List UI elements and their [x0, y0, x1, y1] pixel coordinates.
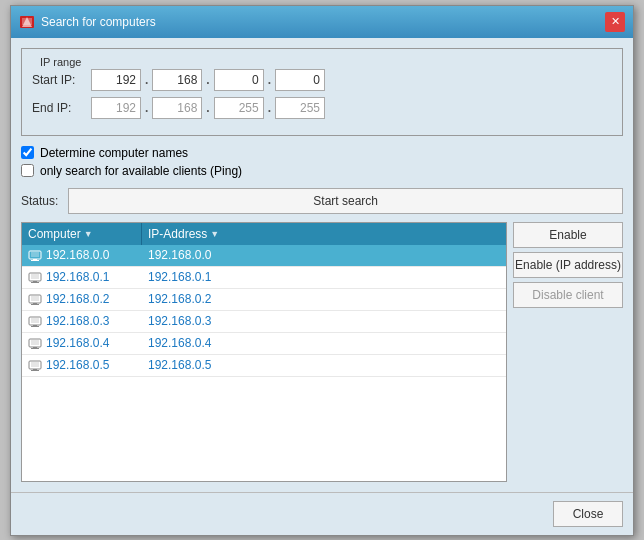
monitor-icon: [28, 338, 42, 349]
ip-range-label: IP range: [36, 56, 85, 68]
status-row: Status: Start search: [21, 188, 623, 214]
svg-rect-17: [33, 325, 37, 326]
start-ip-seg3[interactable]: [214, 69, 264, 91]
ip-filter-icon[interactable]: ▼: [210, 229, 219, 239]
end-ip-seg4[interactable]: [275, 97, 325, 119]
start-ip-seg4[interactable]: [275, 69, 325, 91]
bottom-bar: Close: [11, 492, 633, 535]
end-ip-label: End IP:: [32, 101, 87, 115]
svg-rect-6: [31, 260, 39, 261]
svg-rect-10: [31, 282, 39, 283]
enable-ip-button[interactable]: Enable (IP address): [513, 252, 623, 278]
svg-rect-4: [31, 252, 39, 257]
determine-names-label[interactable]: Determine computer names: [40, 146, 188, 160]
ping-label[interactable]: only search for available clients (Ping): [40, 164, 242, 178]
table-row[interactable]: 192.168.0.4 192.168.0.4: [22, 333, 506, 355]
status-label: Status:: [21, 194, 58, 208]
svg-rect-16: [31, 318, 39, 323]
svg-rect-9: [33, 281, 37, 282]
ping-row: only search for available clients (Ping): [21, 164, 623, 178]
td-computer: 192.168.0.3: [22, 312, 142, 330]
monitor-icon: [28, 272, 42, 283]
enable-button[interactable]: Enable: [513, 222, 623, 248]
start-search-button[interactable]: Start search: [68, 188, 623, 214]
svg-rect-18: [31, 326, 39, 327]
table-row[interactable]: 192.168.0.1 192.168.0.1: [22, 267, 506, 289]
td-computer: 192.168.0.0: [22, 246, 142, 264]
ping-checkbox[interactable]: [21, 164, 34, 177]
start-ip-label: Start IP:: [32, 73, 87, 87]
td-ip: 192.168.0.2: [142, 290, 506, 308]
th-computer: Computer ▼: [22, 223, 142, 245]
svg-rect-24: [31, 362, 39, 367]
monitor-icon: [28, 294, 42, 305]
svg-rect-26: [31, 370, 39, 371]
monitor-icon: [28, 360, 42, 371]
title-bar-left: Search for computers: [19, 14, 156, 30]
td-ip: 192.168.0.3: [142, 312, 506, 330]
end-ip-seg1[interactable]: [91, 97, 141, 119]
td-computer: 192.168.0.1: [22, 268, 142, 286]
disable-client-button[interactable]: Disable client: [513, 282, 623, 308]
td-ip: 192.168.0.5: [142, 356, 506, 374]
table-row[interactable]: 192.168.0.2 192.168.0.2: [22, 289, 506, 311]
svg-rect-13: [33, 303, 37, 304]
main-window: Search for computers ✕ IP range Start IP…: [10, 5, 634, 536]
end-ip-seg3[interactable]: [214, 97, 264, 119]
determine-names-row: Determine computer names: [21, 146, 623, 160]
window-title: Search for computers: [41, 15, 156, 29]
monitor-icon: [28, 316, 42, 327]
table-row[interactable]: 192.168.0.3 192.168.0.3: [22, 311, 506, 333]
determine-names-checkbox[interactable]: [21, 146, 34, 159]
app-icon: [19, 14, 35, 30]
computer-filter-icon[interactable]: ▼: [84, 229, 93, 239]
start-ip-row: Start IP: . . .: [32, 69, 612, 91]
svg-rect-5: [33, 259, 37, 260]
window-close-button[interactable]: ✕: [605, 12, 625, 32]
td-ip: 192.168.0.4: [142, 334, 506, 352]
td-computer: 192.168.0.2: [22, 290, 142, 308]
ip-range-group: IP range Start IP: . . . End IP: . . .: [21, 48, 623, 136]
title-bar: Search for computers ✕: [11, 6, 633, 38]
start-ip-seg1[interactable]: [91, 69, 141, 91]
svg-rect-12: [31, 296, 39, 301]
main-area: Computer ▼ IP-Address ▼: [21, 222, 623, 482]
table-row[interactable]: 192.168.0.0 192.168.0.0: [22, 245, 506, 267]
computer-table: Computer ▼ IP-Address ▼: [21, 222, 507, 482]
svg-rect-21: [33, 347, 37, 348]
side-buttons: Enable Enable (IP address) Disable clien…: [513, 222, 623, 482]
monitor-icon: [28, 250, 42, 261]
svg-rect-14: [31, 304, 39, 305]
svg-rect-22: [31, 348, 39, 349]
content-area: IP range Start IP: . . . End IP: . . .: [11, 38, 633, 492]
svg-rect-25: [33, 369, 37, 370]
svg-rect-20: [31, 340, 39, 345]
th-ip: IP-Address ▼: [142, 223, 506, 245]
svg-rect-8: [31, 274, 39, 279]
table-row[interactable]: 192.168.0.5 192.168.0.5: [22, 355, 506, 377]
td-computer: 192.168.0.4: [22, 334, 142, 352]
end-ip-seg2[interactable]: [152, 97, 202, 119]
td-ip: 192.168.0.1: [142, 268, 506, 286]
td-computer: 192.168.0.5: [22, 356, 142, 374]
td-ip: 192.168.0.0: [142, 246, 506, 264]
close-dialog-button[interactable]: Close: [553, 501, 623, 527]
end-ip-row: End IP: . . .: [32, 97, 612, 119]
table-header: Computer ▼ IP-Address ▼: [22, 223, 506, 245]
start-ip-seg2[interactable]: [152, 69, 202, 91]
